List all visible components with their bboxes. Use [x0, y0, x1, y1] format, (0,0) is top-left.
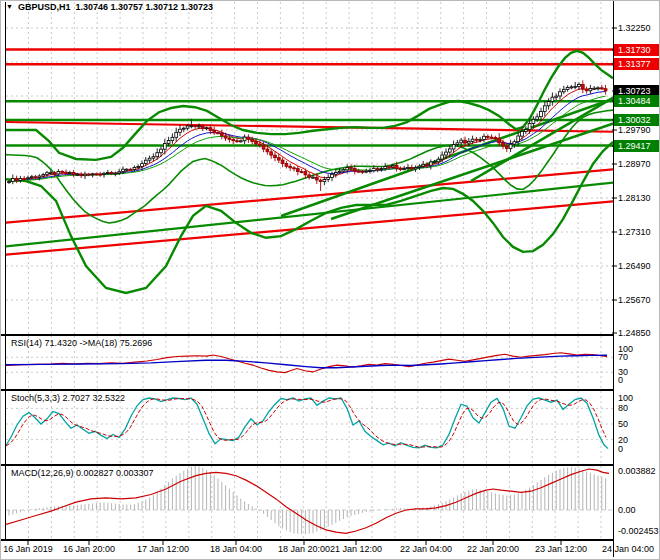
stoch-scale-label: 80	[618, 403, 628, 414]
x-axis-label: 22 Jan 04:00	[400, 544, 452, 554]
rsi-scale-label: 70	[618, 352, 628, 363]
x-axis-label: 17 Jan 12:00	[137, 544, 189, 554]
candles	[8, 80, 607, 190]
symbol-timeframe: GBPUSD,H1	[18, 2, 71, 12]
price-badge-green: 1.29417	[614, 140, 660, 152]
price-badge-red: 1.31377	[614, 58, 660, 70]
macd-scale-label: 0.00	[618, 505, 636, 516]
x-axis-label: 24 Jan 04:00	[602, 544, 654, 554]
rsi-indicator-label: RSI(14) 71.4320 ->MA(18) 75.2696	[11, 338, 152, 348]
x-axis-label: 23 Jan 12:00	[535, 544, 587, 554]
chart-window: ▼ GBPUSD,H1 1.30746 1.30757 1.30712 1.30…	[0, 0, 660, 560]
y-axis-label: 1.27310	[618, 227, 651, 238]
x-axis-label: 16 Jan 2019	[3, 544, 53, 554]
x-axis-label: 18 Jan 04:00	[210, 544, 262, 554]
y-axis-label: 1.25670	[618, 295, 651, 306]
y-axis-label: 1.28970	[618, 159, 651, 170]
price-badge-red: 1.31730	[614, 44, 660, 56]
macd-scale-label: -0.002453	[618, 526, 659, 537]
x-axis-label: 18 Jan 20:00	[278, 544, 330, 554]
x-axis-label: 16 Jan 20:00	[63, 544, 115, 554]
y-axis-label: 1.29790	[618, 125, 651, 136]
macd-indicator-label: MACD(12,26,9) 0.002827 0.003307	[11, 468, 154, 478]
x-axis-label: 22 Jan 20:00	[467, 544, 519, 554]
macd-scale-label: 0.003882	[618, 466, 656, 477]
y-axis-label: 1.24850	[618, 328, 651, 339]
price-badge-green: 1.30484	[614, 95, 660, 107]
stoch-scale-label: 50	[618, 419, 628, 430]
price-badge-green: 1.30032	[614, 114, 660, 126]
quote-ohlc: 1.30746 1.30757 1.30712 1.30723	[75, 2, 213, 12]
y-axis-label: 1.26490	[618, 261, 651, 272]
stoch-indicator-label: Stoch(5,3,3) 2.7027 32.5322	[11, 393, 125, 403]
chart-title: ▼ GBPUSD,H1 1.30746 1.30757 1.30712 1.30…	[6, 2, 213, 12]
x-axis-label: 21 Jan 12:00	[330, 544, 382, 554]
stoch-scale-label: 0	[618, 444, 623, 455]
rsi-scale-label: 0	[618, 375, 623, 386]
y-axis-label: 1.32250	[618, 23, 651, 34]
dropdown-icon[interactable]: ▼	[6, 2, 13, 12]
y-axis-label: 1.28130	[618, 193, 651, 204]
